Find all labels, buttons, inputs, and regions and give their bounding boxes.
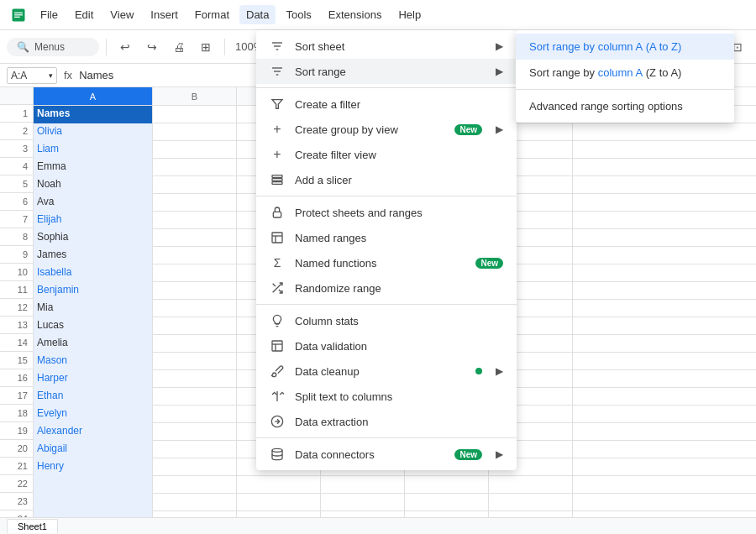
- cell-b23[interactable]: [153, 494, 237, 511]
- menu-column-stats[interactable]: Column stats: [256, 308, 517, 333]
- cell-a18[interactable]: Evelyn: [34, 406, 153, 423]
- col-header-a[interactable]: A: [34, 87, 153, 105]
- menu-data-validation[interactable]: Data validation: [256, 333, 517, 359]
- cell-a3[interactable]: Liam: [34, 141, 153, 159]
- cell-a9[interactable]: James: [34, 247, 153, 264]
- menu-randomize[interactable]: Randomize range: [256, 275, 517, 301]
- cell-a5[interactable]: Noah: [34, 176, 153, 194]
- row-4[interactable]: 4: [0, 158, 33, 175]
- cell-b22[interactable]: [153, 476, 237, 494]
- cell-b18[interactable]: [153, 406, 237, 423]
- cell-a14[interactable]: Amelia: [34, 335, 153, 353]
- cell-b16[interactable]: [153, 370, 237, 388]
- cell-b14[interactable]: [153, 335, 237, 353]
- row-17[interactable]: 17: [0, 387, 33, 405]
- cell-b24[interactable]: [153, 511, 237, 517]
- menu-named-functions[interactable]: Σ Named functions New: [256, 250, 517, 275]
- row-9[interactable]: 9: [0, 246, 33, 264]
- row-3[interactable]: 3: [0, 140, 33, 158]
- cell-b4[interactable]: [153, 159, 237, 176]
- row-7[interactable]: 7: [0, 211, 33, 228]
- cell-b7[interactable]: [153, 212, 237, 229]
- row-11[interactable]: 11: [0, 281, 33, 299]
- row-12[interactable]: 12: [0, 299, 33, 317]
- cell-d23[interactable]: [321, 494, 405, 511]
- cell-a6[interactable]: Ava: [34, 194, 153, 212]
- cell-b13[interactable]: [153, 317, 237, 335]
- cell-a1[interactable]: Names: [34, 106, 153, 123]
- menu-create-filter[interactable]: Create a filter: [256, 92, 517, 117]
- cell-b1[interactable]: [153, 106, 237, 123]
- cell-a21[interactable]: Henry: [34, 458, 153, 476]
- cell-b6[interactable]: [153, 194, 237, 212]
- row-14[interactable]: 14: [0, 334, 33, 352]
- row-21[interactable]: 21: [0, 458, 33, 475]
- cell-a23[interactable]: [34, 494, 153, 511]
- sheet-tab-sheet1[interactable]: Sheet1: [7, 519, 58, 533]
- cell-a15[interactable]: Mason: [34, 353, 153, 370]
- redo-button[interactable]: ↪: [140, 35, 164, 59]
- menu-split-text[interactable]: Split text to columns: [256, 384, 517, 409]
- cell-c23[interactable]: [237, 494, 321, 511]
- cell-a16[interactable]: Harper: [34, 370, 153, 388]
- menu-help[interactable]: Help: [391, 5, 428, 24]
- menu-format[interactable]: Format: [188, 5, 236, 24]
- menu-data-cleanup[interactable]: Data cleanup ▶: [256, 359, 517, 384]
- cell-e23[interactable]: [405, 494, 489, 511]
- menu-data-connectors[interactable]: Data connectors New ▶: [256, 442, 517, 467]
- cell-a19[interactable]: Alexander: [34, 423, 153, 441]
- row-2[interactable]: 2: [0, 123, 33, 140]
- menu-data-extraction[interactable]: Data extraction: [256, 409, 517, 434]
- menu-protect[interactable]: Protect sheets and ranges: [256, 200, 517, 225]
- cell-b21[interactable]: [153, 458, 237, 476]
- menu-tools[interactable]: Tools: [279, 5, 318, 24]
- menu-extensions[interactable]: Extensions: [322, 5, 389, 24]
- cell-a11[interactable]: Benjamin: [34, 282, 153, 300]
- cell-b12[interactable]: [153, 300, 237, 317]
- row-18[interactable]: 18: [0, 405, 33, 422]
- cell-a12[interactable]: Mia: [34, 300, 153, 317]
- cell-d22[interactable]: [321, 476, 405, 494]
- cell-f24[interactable]: [489, 511, 573, 517]
- row-1[interactable]: 1: [0, 105, 33, 123]
- row-16[interactable]: 16: [0, 369, 33, 387]
- menu-sort-range[interactable]: Sort range ▶: [256, 59, 517, 84]
- menu-add-slicer[interactable]: Add a slicer: [256, 167, 517, 192]
- advanced-sorting-item[interactable]: Advanced range sorting options: [516, 93, 734, 119]
- cell-a10[interactable]: Isabella: [34, 264, 153, 282]
- row-10[interactable]: 10: [0, 264, 33, 281]
- cell-b20[interactable]: [153, 441, 237, 458]
- menu-file[interactable]: File: [34, 5, 65, 24]
- cell-c24[interactable]: [237, 511, 321, 517]
- cell-a13[interactable]: Lucas: [34, 317, 153, 335]
- cell-b2[interactable]: [153, 123, 237, 141]
- sort-az-item[interactable]: Sort range by column A (A to Z): [516, 34, 734, 60]
- row-23[interactable]: 23: [0, 493, 33, 510]
- print-button[interactable]: 🖨: [167, 35, 191, 59]
- row-8[interactable]: 8: [0, 228, 33, 246]
- sort-za-item[interactable]: Sort range by column A (Z to A): [516, 60, 734, 86]
- row-15[interactable]: 15: [0, 352, 33, 369]
- row-19[interactable]: 19: [0, 422, 33, 440]
- cell-a7[interactable]: Elijah: [34, 212, 153, 229]
- cell-b17[interactable]: [153, 388, 237, 406]
- row-20[interactable]: 20: [0, 440, 33, 458]
- cell-a24[interactable]: [34, 511, 153, 517]
- menu-view[interactable]: View: [103, 5, 140, 24]
- cell-b9[interactable]: [153, 247, 237, 264]
- col-header-b[interactable]: B: [153, 87, 237, 105]
- format-button[interactable]: ⊞: [194, 35, 218, 59]
- cell-b15[interactable]: [153, 353, 237, 370]
- row-13[interactable]: 13: [0, 317, 33, 334]
- cell-e22[interactable]: [405, 476, 489, 494]
- menu-sort-sheet[interactable]: Sort sheet ▶: [256, 34, 517, 59]
- menu-named-ranges[interactable]: Named ranges: [256, 225, 517, 250]
- menu-data[interactable]: Data: [239, 5, 276, 24]
- cell-a22[interactable]: [34, 476, 153, 494]
- menu-edit[interactable]: Edit: [68, 5, 100, 24]
- cell-a4[interactable]: Emma: [34, 159, 153, 176]
- menus-search[interactable]: 🔍 Menus: [7, 38, 99, 56]
- cell-b3[interactable]: [153, 141, 237, 159]
- menu-create-group-view[interactable]: + Create group by view New ▶: [256, 117, 517, 142]
- cell-b8[interactable]: [153, 229, 237, 247]
